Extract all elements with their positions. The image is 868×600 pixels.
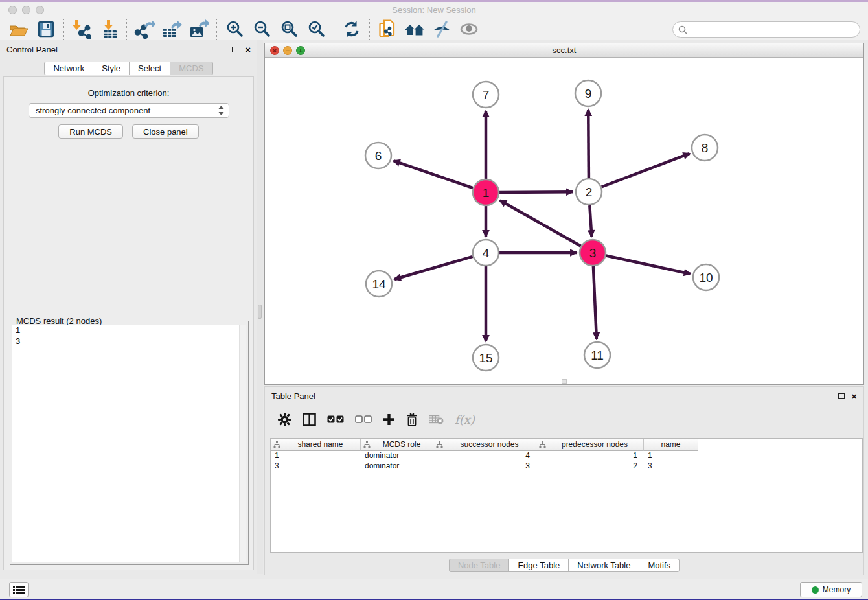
svg-text:2: 2 — [586, 185, 593, 199]
save-disk-icon[interactable] — [32, 19, 60, 40]
cell-mcds-role: dominator — [361, 451, 433, 461]
optimization-criterion-select[interactable]: strongly connected component — [29, 103, 229, 118]
graph-edge-1-6[interactable] — [394, 161, 474, 188]
trash-icon[interactable] — [406, 413, 418, 426]
mcds-result-text[interactable]: 1 3 — [12, 325, 246, 562]
optimization-criterion-label: Optimization criterion: — [4, 88, 253, 98]
export-table-icon[interactable] — [158, 19, 185, 40]
close-panel-button[interactable]: Close panel — [132, 124, 199, 139]
copy-documents-icon[interactable] — [374, 19, 401, 40]
import-network-icon[interactable] — [68, 19, 95, 40]
zoom-check-icon[interactable] — [303, 19, 330, 40]
export-image-icon[interactable] — [185, 19, 212, 40]
task-history-button[interactable] — [9, 582, 29, 597]
tab-select[interactable]: Select — [129, 62, 170, 75]
search-input[interactable] — [691, 23, 860, 36]
table-panel: Table Panel × f(x) shared name MCDS rol — [264, 386, 864, 575]
graph-edge-2-8[interactable] — [602, 154, 690, 187]
graph-edge-2-9[interactable] — [588, 110, 589, 178]
graph-node-4[interactable]: 4 — [473, 240, 499, 266]
list-icon — [13, 585, 25, 595]
run-mcds-button[interactable]: Run MCDS — [58, 124, 123, 139]
float-table-panel-icon[interactable] — [838, 393, 845, 399]
graph-node-2[interactable]: 2 — [576, 179, 602, 205]
plus-icon[interactable] — [383, 413, 395, 426]
tab-node-table[interactable]: Node Table — [449, 559, 510, 572]
import-table-icon[interactable] — [95, 19, 122, 40]
mcds-panel-body: Optimization criterion: strongly connect… — [3, 76, 254, 570]
graph-edge-3-10[interactable] — [606, 256, 691, 274]
tab-motifs[interactable]: Motifs — [639, 559, 680, 572]
table-row[interactable]: 3 dominator 3 2 3 — [271, 461, 862, 472]
column-header-name[interactable]: name — [644, 439, 698, 451]
unchecked-boxes-icon[interactable] — [355, 415, 372, 423]
control-panel: Control Panel × Network Style Select MCD… — [0, 40, 257, 574]
graph-node-15[interactable]: 15 — [473, 345, 499, 371]
double-home-icon[interactable] — [401, 19, 428, 40]
graph-edge-4-14[interactable] — [394, 257, 473, 279]
eye-icon[interactable] — [455, 19, 483, 40]
graph-node-3[interactable]: 3 — [580, 240, 606, 266]
column-header-predecessor-nodes[interactable]: predecessor nodes — [536, 439, 644, 451]
splitter-grip[interactable] — [258, 305, 262, 319]
close-panel-icon[interactable]: × — [245, 45, 251, 54]
graph-node-7[interactable]: 7 — [473, 82, 499, 108]
tab-network[interactable]: Network — [44, 62, 93, 75]
cell-name: 1 — [644, 451, 698, 461]
tree-icon — [273, 441, 280, 448]
eye-slash-icon[interactable] — [428, 19, 455, 40]
network-window-titlebar[interactable]: × − + scc.txt — [265, 43, 863, 58]
network-canvas[interactable]: 7968124314101511 — [265, 58, 863, 384]
function-fx-icon[interactable]: f(x) — [455, 413, 475, 426]
graph-node-11[interactable]: 11 — [584, 342, 610, 368]
result-scrollbar[interactable] — [239, 325, 246, 562]
tab-mcds[interactable]: MCDS — [170, 62, 212, 75]
panel-splitter[interactable] — [257, 40, 263, 574]
mcds-result-line: 3 — [12, 336, 246, 347]
toolbar-separator — [334, 19, 334, 40]
gear-icon[interactable] — [278, 413, 291, 426]
table-panel-title: Table Panel — [271, 391, 838, 401]
graph-node-1[interactable]: 1 — [473, 179, 499, 205]
search-field[interactable] — [672, 21, 860, 38]
svg-text:7: 7 — [483, 88, 490, 102]
column-header-shared-name[interactable]: shared name — [271, 439, 361, 451]
graph-node-8[interactable]: 8 — [692, 135, 718, 161]
column-header-mcds-role[interactable]: MCDS role — [361, 439, 433, 451]
zoom-out-icon[interactable] — [248, 19, 275, 40]
export-network-icon[interactable] — [131, 19, 158, 40]
graph-edge-3-1[interactable] — [500, 200, 581, 246]
tab-network-table[interactable]: Network Table — [568, 559, 639, 572]
tree-icon — [436, 441, 443, 448]
toolbar-separator — [369, 19, 370, 40]
graph-node-6[interactable]: 6 — [365, 143, 391, 168]
close-table-panel-icon[interactable]: × — [851, 391, 857, 401]
refresh-icon[interactable] — [338, 19, 365, 40]
graph-node-14[interactable]: 14 — [366, 271, 392, 297]
tab-style[interactable]: Style — [93, 62, 130, 75]
zoom-in-icon[interactable] — [221, 19, 248, 40]
memory-button[interactable]: Memory — [800, 582, 862, 597]
graph-edge-2-3[interactable] — [589, 205, 591, 237]
split-columns-icon[interactable] — [303, 413, 316, 426]
memory-status-icon — [812, 586, 819, 594]
graph-node-9[interactable]: 9 — [575, 80, 601, 106]
graph-edge-1-2[interactable] — [499, 192, 573, 192]
float-panel-icon[interactable] — [232, 47, 238, 52]
table-row[interactable]: 1 dominator 4 1 1 — [271, 451, 862, 461]
control-panel-tabs: Network Style Select MCDS — [0, 62, 257, 75]
checked-boxes-icon[interactable] — [327, 415, 344, 423]
cell-shared-name: 1 — [271, 451, 361, 461]
node-table: shared name MCDS role successor nodes pr… — [270, 438, 863, 553]
graph-node-10[interactable]: 10 — [693, 264, 719, 290]
svg-text:10: 10 — [699, 271, 713, 284]
column-header-successor-nodes[interactable]: successor nodes — [433, 439, 536, 451]
zoom-fit-icon[interactable] — [275, 19, 303, 40]
tab-edge-table[interactable]: Edge Table — [508, 559, 569, 572]
graph-edge-3-11[interactable] — [593, 266, 597, 339]
table-delete-icon[interactable] — [429, 415, 444, 424]
cell-successor-nodes: 4 — [433, 451, 536, 461]
network-graph[interactable]: 7968124314101511 — [265, 58, 863, 384]
canvas-resize-grip[interactable] — [562, 379, 567, 384]
open-folder-icon[interactable] — [5, 19, 32, 40]
